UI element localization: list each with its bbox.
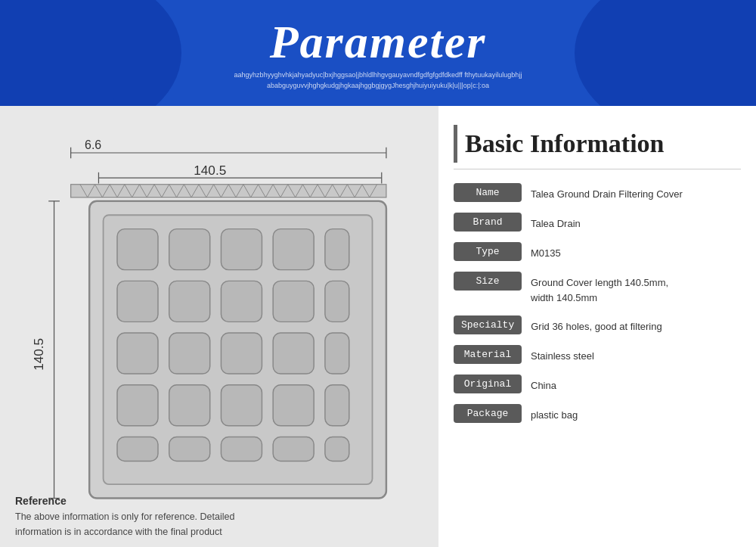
header-bg-left <box>0 0 181 106</box>
info-row-4: SpecialtyGrid 36 holes, good at filterin… <box>454 315 741 334</box>
svg-rect-23 <box>221 333 262 374</box>
title-bar-accent <box>454 125 457 163</box>
svg-rect-33 <box>221 437 262 462</box>
svg-rect-13 <box>221 229 262 270</box>
svg-rect-29 <box>273 385 314 426</box>
info-row-5: MaterialStainless steel <box>454 345 741 364</box>
svg-rect-35 <box>325 437 349 462</box>
svg-rect-15 <box>325 229 349 270</box>
svg-rect-31 <box>117 437 158 462</box>
info-row-1: BrandTalea Drain <box>454 213 741 232</box>
header-bg-right <box>575 0 756 106</box>
svg-rect-20 <box>325 281 349 322</box>
right-panel: Basic Information NameTalea Ground Drain… <box>438 106 756 547</box>
svg-rect-19 <box>273 281 314 322</box>
svg-rect-11 <box>117 229 158 270</box>
info-value-4: Grid 36 holes, good at filtering <box>531 315 662 334</box>
info-value-0: Talea Ground Drain Filtering Cover <box>531 183 683 202</box>
info-row-2: TypeM0135 <box>454 242 741 261</box>
section-title-text: Basic Information <box>465 129 665 158</box>
svg-rect-30 <box>325 385 349 426</box>
svg-text:6.6: 6.6 <box>85 138 101 151</box>
svg-rect-28 <box>221 385 262 426</box>
info-value-7: plastic bag <box>531 404 578 423</box>
info-value-5: Stainless steel <box>531 345 594 364</box>
info-row-0: NameTalea Ground Drain Filtering Cover <box>454 183 741 202</box>
info-label-2: Type <box>454 242 522 261</box>
info-label-7: Package <box>454 404 522 423</box>
svg-rect-24 <box>273 333 314 374</box>
svg-rect-21 <box>117 333 158 374</box>
main-content: 6.6 140.5 <box>0 106 756 547</box>
header: Parameter aahgyhzbhyyghvhkjahyadyuc|bxjh… <box>0 0 756 106</box>
info-label-1: Brand <box>454 213 522 232</box>
svg-rect-14 <box>273 229 314 270</box>
info-value-1: Talea Drain <box>531 213 581 232</box>
info-label-5: Material <box>454 345 522 364</box>
info-row-7: Packageplastic bag <box>454 404 741 423</box>
info-label-4: Specialty <box>454 315 522 334</box>
info-row-6: OriginalChina <box>454 375 741 393</box>
svg-rect-18 <box>221 281 262 322</box>
left-panel: 6.6 140.5 <box>0 106 438 547</box>
header-title: Parameter <box>270 15 487 69</box>
svg-rect-25 <box>325 333 349 374</box>
svg-rect-12 <box>169 229 210 270</box>
info-value-6: China <box>531 375 556 393</box>
info-row-3: SizeGround Cover length 140.5mm, width 1… <box>454 272 741 305</box>
header-subtitle: aahgyhzbhyyghvhkjahyadyuc|bxjhggsao|jbhl… <box>234 70 522 91</box>
section-title-container: Basic Information <box>454 125 741 163</box>
title-divider <box>454 169 741 169</box>
info-label-3: Size <box>454 272 522 291</box>
svg-rect-22 <box>169 333 210 374</box>
product-diagram-svg: 6.6 140.5 <box>15 121 423 532</box>
svg-text:140.5: 140.5 <box>194 163 226 178</box>
svg-rect-34 <box>273 437 314 462</box>
svg-rect-16 <box>117 281 158 322</box>
info-value-3: Ground Cover length 140.5mm, width 140.5… <box>531 272 668 305</box>
info-label-6: Original <box>454 375 522 393</box>
svg-rect-26 <box>117 385 158 426</box>
reference-title: Reference <box>15 493 234 509</box>
svg-rect-27 <box>169 385 210 426</box>
svg-rect-17 <box>169 281 210 322</box>
diagram-area: 6.6 140.5 <box>15 121 423 532</box>
reference-text: Reference The above information is only … <box>15 493 234 539</box>
reference-body: The above information is only for refere… <box>15 509 234 539</box>
svg-rect-32 <box>169 437 210 462</box>
info-rows-container: NameTalea Ground Drain Filtering CoverBr… <box>454 183 741 423</box>
svg-text:140.5: 140.5 <box>31 338 46 371</box>
info-label-0: Name <box>454 183 522 202</box>
info-value-2: M0135 <box>531 242 561 261</box>
